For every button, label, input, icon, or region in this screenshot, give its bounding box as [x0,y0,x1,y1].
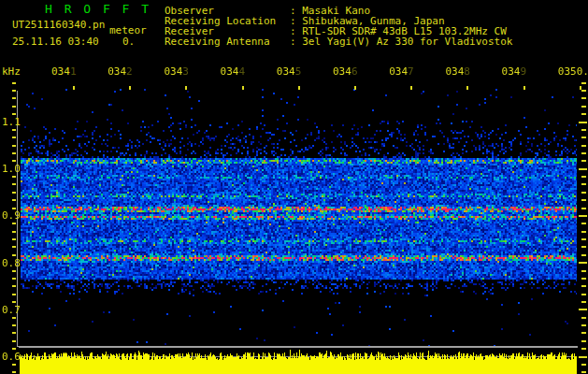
freq-minor-tick-left [12,106,16,108]
time-tick-label-dim-digit: 3 [182,65,189,78]
freq-minor-tick-left [12,301,16,303]
time-tick-label-dim-digit: 7 [408,65,414,78]
time-tick-label-dim-digit: 8 [464,65,470,78]
freq-tick-label: 0.8 [2,258,21,268]
time-tick-label: 0341 [51,66,77,77]
time-tick-label-dim-digit: 5 [295,65,302,78]
freq-minor-tick-right [581,294,586,295]
freq-minor-tick-right [581,246,586,248]
freq-minor-tick-right [581,317,586,319]
freq-minor-tick-left [12,231,16,233]
freq-minor-tick-left [12,340,16,342]
freq-minor-tick-right [581,254,586,256]
freq-minor-tick-left [12,145,16,147]
freq-minor-tick-left [12,294,16,295]
freq-minor-tick-left [12,223,16,224]
freq-tick-label: 0.6 [2,352,21,362]
info-value: : 3el Yagi(V) Az 330 for Vladivostok [290,36,512,47]
freq-major-tick-right [579,122,587,123]
freq-minor-tick-left [12,317,16,319]
time-tick [354,86,356,90]
time-tick-label-dim-digit: 4 [238,65,245,78]
freq-major-tick-right [579,262,587,264]
freq-minor-tick-left [12,208,16,209]
freq-minor-tick-right [581,208,586,209]
freq-minor-tick-left [12,90,16,92]
frequency-axis-unit: kHz [2,66,21,77]
freq-major-tick-right [579,215,587,217]
time-tick-label: 0349 [502,66,527,77]
time-tick-label-dim-digit: 1 [70,65,77,78]
time-tick [242,86,244,90]
level-graph-baseline [17,346,578,347]
time-tick-label: 0347 [389,66,414,77]
time-tick-label: 0343 [164,66,189,77]
freq-major-tick-right [579,309,587,310]
freq-major-tick-right [579,356,587,358]
time-tick-label: 0342 [108,66,133,77]
freq-minor-tick-right [581,160,586,162]
freq-minor-tick-left [12,254,16,256]
echo-count: 0. [122,36,135,47]
time-tick-label: 0350. [558,66,588,77]
freq-minor-tick-right [581,176,586,178]
time-tick-label: 0346 [333,66,358,77]
mode-label: meteor [109,25,147,36]
freq-minor-tick-right [581,285,586,287]
freq-minor-tick-left [12,199,16,201]
time-tick-label-dim-digit: 9 [520,65,526,78]
freq-minor-tick-right [581,90,586,92]
time-tick [523,86,525,90]
time-tick-label: 0345 [277,66,302,77]
freq-minor-tick-right [581,137,586,138]
spectrogram-canvas [21,89,577,347]
time-tick [466,86,468,90]
freq-minor-tick-right [581,223,586,224]
freq-minor-tick-right [581,106,586,108]
time-tick-label: 0348 [445,66,470,77]
hrofft-screen: H R O F F T UT2511160340.pn meteor 25.11… [0,0,588,374]
freq-minor-tick-left [12,324,16,326]
time-tick [410,86,412,90]
freq-minor-tick-right [581,371,586,373]
time-tick [129,86,131,90]
time-tick-label-dim-digit: 6 [351,65,358,78]
freq-minor-tick-left [12,137,16,138]
time-tick-label-dim-digit: 2 [126,65,133,78]
freq-minor-tick-left [12,129,16,131]
freq-minor-tick-left [12,364,16,366]
output-filename: UT2511160340.pn [12,20,105,30]
freq-minor-tick-left [12,176,16,178]
freq-minor-tick-left [12,82,16,84]
freq-minor-tick-right [581,270,586,272]
freq-tick-label: 1.1 [2,117,21,127]
freq-minor-tick-left [12,192,16,194]
freq-minor-tick-right [581,238,586,240]
signal-level-graph-canvas [19,347,578,374]
freq-minor-tick-right [581,340,586,342]
freq-minor-tick-right [581,192,586,194]
freq-minor-tick-left [12,183,16,185]
freq-minor-tick-left [12,371,16,373]
freq-minor-tick-right [581,199,586,201]
freq-minor-tick-right [581,324,586,326]
time-tick [185,86,187,90]
freq-minor-tick-left [12,348,16,350]
freq-minor-tick-right [581,152,586,154]
freq-minor-tick-right [581,97,586,99]
freq-minor-tick-right [581,183,586,185]
freq-minor-tick-right [581,145,586,147]
freq-minor-tick-right [581,364,586,366]
freq-major-tick-right [579,168,587,170]
freq-minor-tick-left [12,285,16,287]
freq-minor-tick-left [12,270,16,272]
freq-minor-tick-right [581,113,586,115]
freq-minor-tick-left [12,152,16,154]
freq-minor-tick-right [581,231,586,233]
time-tick [298,86,300,90]
freq-minor-tick-left [12,97,16,99]
freq-minor-tick-right [581,278,586,280]
freq-minor-tick-left [12,113,16,115]
freq-minor-tick-left [12,332,16,334]
freq-minor-tick-right [581,82,586,84]
